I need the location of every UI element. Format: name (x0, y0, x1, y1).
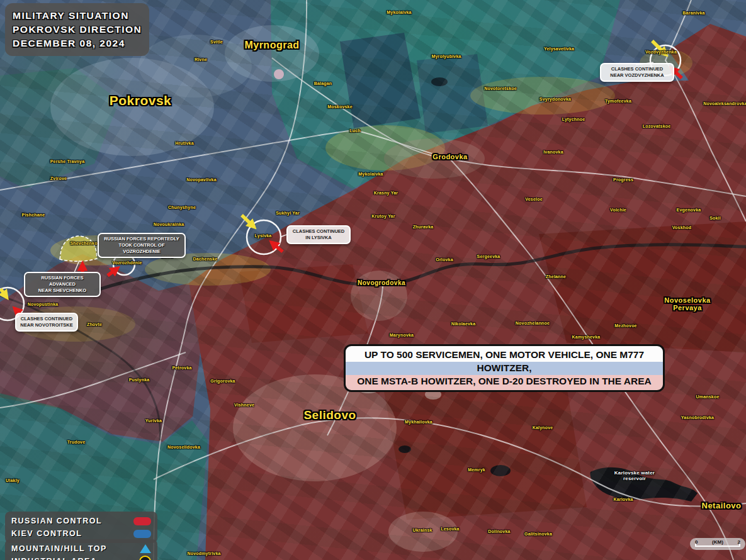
legend-control-zones: RUSSIAN CONTROLKIEV CONTROL (5, 512, 157, 543)
town-label: Novopavlivka (186, 177, 217, 182)
callout-vozdvyzhenka: CLASHES CONTINUEDNEAR VOZDVYZHENKA (600, 63, 674, 82)
town-label: Trudove (67, 440, 86, 445)
scale-bar: 0 (KM) 2 (690, 538, 745, 550)
callout-vozrozhdenie: RUSSIAN FORCES REPORTEDLYTOOK CONTROL OF… (98, 233, 186, 258)
town-label: Mykolaivka (358, 172, 383, 177)
legend-label: RUSSIAN CONTROL (11, 517, 102, 525)
map-labels-layer: MykolaivkaBaranivkaSvitleMyrnogradYelysa… (0, 0, 746, 560)
banner-line-1: UP TO 500 SERVICEMEN, ONE MOTOR VEHICLE,… (346, 348, 663, 374)
hill-top-icon (140, 544, 151, 553)
town-label: Svyrydonovka (540, 97, 571, 102)
town-label: Tymofeevka (605, 99, 631, 104)
town-label: Chunyshyne (168, 205, 196, 210)
town-label: Rivne (195, 57, 207, 62)
callout-shevchenko: RUSSIAN FORCES ADVANCEDNEAR SHEVCHENKO (24, 272, 101, 297)
town-label: Dolinovka (488, 529, 510, 534)
callout-line: CLASHES CONTINUED (604, 66, 670, 72)
town-label: Krasny Yar (374, 191, 398, 196)
town-label: Svitle (210, 40, 223, 45)
legend-item: RUSSIAN CONTROL (11, 515, 151, 527)
town-label: Veseloe (525, 197, 542, 202)
title-box: MILITARY SITUATION POKROVSK DIRECTION DE… (5, 3, 149, 56)
town-label: Sergeevka (477, 254, 500, 259)
town-label: Balagan (314, 81, 332, 86)
callout-line: CLASHES CONTINUED (19, 316, 74, 322)
legend-label: MOUNTAIN/HILL TOP (11, 544, 107, 553)
town-label: Kalynove (533, 425, 553, 430)
town-label: Netailovo (701, 501, 741, 510)
town-label: Lytychnoe (562, 117, 585, 122)
town-label: Lysivka (255, 233, 272, 238)
town-label: Ukrainsk (412, 528, 432, 533)
control-color-swatch (133, 517, 151, 525)
town-label: Voskhod (672, 225, 691, 230)
town-label: Novoaleksandrovka (703, 101, 746, 106)
legend-item: INDUSTRIAL AREA (11, 555, 151, 560)
town-label: Novotoretskoe (484, 86, 517, 91)
town-label: Baranivka (682, 11, 704, 16)
callout-line: NEAR VOZDVYZHENKA (604, 72, 670, 79)
callout-novotroitske: CLASHES CONTINUEDNEAR NOVOTROITSKE (15, 313, 78, 332)
town-label: Luch (349, 128, 361, 133)
legend-label: KIEV CONTROL (11, 529, 82, 538)
town-label: Myrnograd (244, 40, 299, 51)
town-label: Progress (613, 177, 633, 182)
banner-line-2: ONE MSTA-B HOWITZER, ONE D-20 DESTROYED … (346, 374, 663, 388)
town-label: Novodmytrivka (187, 551, 220, 556)
title-line-2: POKROVSK DIRECTION (13, 23, 142, 36)
town-label: Yelysavetivka (544, 47, 574, 52)
callout-line: NEAR NOVOTROITSKE (19, 322, 74, 328)
town-label: Krutoy Yar (371, 214, 395, 219)
town-label: Petrovka (172, 366, 191, 371)
town-label: Ivanovka (543, 150, 563, 155)
callout-line: IN LYSIVKA (290, 235, 347, 241)
town-label: Hrutivka (175, 141, 194, 146)
town-label: Lozovatskoe (643, 124, 671, 129)
town-label: Pershe Travnya (50, 159, 85, 164)
town-label: Pustynka (129, 378, 150, 383)
title-line-1: MILITARY SITUATION (13, 9, 142, 23)
town-label: Zhovte (87, 322, 102, 327)
town-label: Vishneve (234, 403, 254, 408)
callout-line: NEAR SHEVCHENKO (28, 288, 97, 294)
town-label: Mezhovoe (614, 323, 636, 328)
callout-lysivka: CLASHES CONTINUEDIN LYSIVKA (286, 225, 351, 244)
industrial-area-icon (139, 556, 151, 560)
town-label: Ulakly (6, 478, 20, 483)
town-label: Memryk (468, 468, 485, 473)
town-label: Novoukrainka (154, 222, 184, 227)
callout-line: RUSSIAN FORCES ADVANCED (28, 275, 97, 288)
town-label: Yasnobrodivka (681, 415, 714, 420)
town-label: Novopustinka (28, 302, 59, 307)
scale-unit-label: (KM) (712, 539, 723, 545)
town-label: Novoselovka Pervaya (664, 296, 710, 311)
scale-bar-line (695, 546, 740, 547)
legend-item: MOUNTAIN/HILL TOP (11, 542, 151, 555)
town-label: Grodovka (432, 153, 467, 160)
town-label: Vozrozhdenie (112, 260, 142, 266)
town-label: Galitsinovka (524, 532, 552, 537)
town-label: Vozdvyzhenka (645, 50, 677, 55)
town-label: Pokrovsk (110, 93, 172, 108)
town-label: Mykolaivka (387, 10, 411, 15)
callout-line: RUSSIAN FORCES REPORTEDLY (101, 236, 182, 242)
town-label: Lesovka (441, 527, 459, 532)
town-label: Novozhelannoe (516, 321, 550, 326)
town-label: Orlovka (436, 257, 453, 262)
legend-label: INDUSTRIAL AREA (11, 557, 97, 560)
town-label: Grigorovka (210, 379, 235, 384)
town-label: Dachenske (193, 257, 218, 262)
town-label: Kamyshevka (572, 335, 601, 340)
town-label: Zhelanne (546, 274, 566, 279)
town-label: Novogrodovka (358, 279, 405, 286)
town-label: Nikolaevka (451, 322, 476, 327)
town-label: Zhuravka (413, 225, 434, 230)
town-label: Sokil (709, 216, 721, 221)
town-label: Novoselidovka (167, 445, 200, 450)
satellite-map: MykolaivkaBaranivkaSvitleMyrnogradYelysa… (0, 0, 746, 560)
town-label: Evgenovka (677, 208, 701, 213)
legend-item: KIEV CONTROL (11, 527, 151, 540)
town-label: Shevchenko (70, 241, 97, 246)
water-label: Karlovske water reservoir (614, 471, 655, 482)
town-label: Selidovo (303, 409, 356, 422)
